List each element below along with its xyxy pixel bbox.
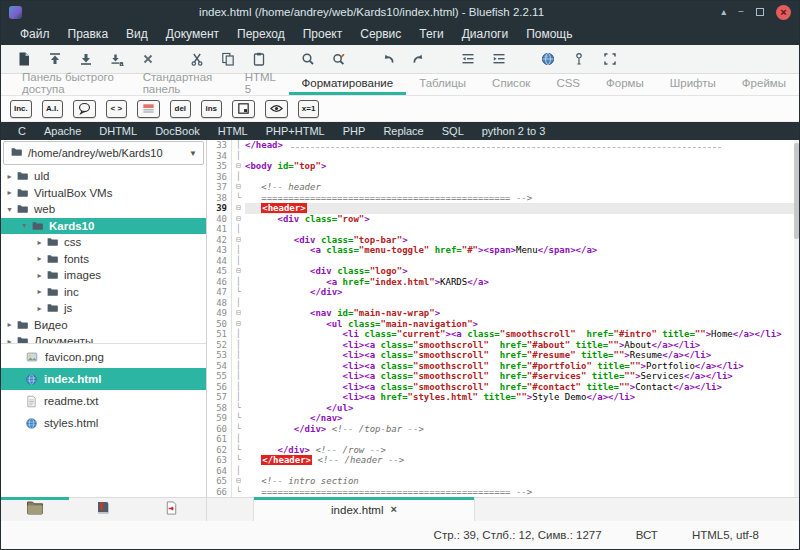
del-tag-button[interactable]: del [170,100,191,118]
save-as-button[interactable]: a [106,48,128,70]
fold-toggle-icon[interactable]: ⊟ [232,308,245,319]
snippets-tab[interactable] [137,498,205,521]
code-line-65[interactable]: 65⊟ <!-- intro section [207,476,799,487]
lang-tab-2[interactable]: DHTML [90,125,146,137]
code-tags-button[interactable]: < > [106,100,127,118]
collapse-icon[interactable]: ▾ [3,205,16,214]
expand-icon[interactable]: ▸ [3,188,16,197]
lang-tab-9[interactable]: python 2 to 3 [473,125,555,137]
expand-icon[interactable]: ▸ [33,304,46,313]
close-window-icon[interactable]: × [776,5,791,20]
menu-item-9[interactable]: Помощь [517,27,581,41]
lang-tab-0[interactable]: C [9,125,35,137]
code-line-48[interactable]: 48│ [207,298,799,309]
preview-in-browser-button[interactable] [537,48,559,70]
fold-toggle-icon[interactable]: ⊟ [232,266,245,277]
tree-item-0[interactable]: ▸uld [1,168,206,185]
inc-button[interactable]: Inc. [10,100,32,118]
code-line-43[interactable]: 43│ <a class="menu-toggle" href="#"><spa… [207,245,799,256]
expand-icon[interactable]: ▸ [33,254,46,263]
code-line-39[interactable]: 39⊟ <header> [207,203,799,214]
lang-tab-6[interactable]: PHP [334,125,375,137]
code-line-59[interactable]: 59└ </nav> [207,413,799,424]
code-line-49[interactable]: 49⊟ <nav id="main-nav-wrap"> [207,308,799,319]
fold-toggle-icon[interactable]: ⊟ [232,476,245,487]
shade-window-icon[interactable]: ▴ [721,7,726,17]
menu-item-0[interactable]: Файл [11,27,59,41]
unindent-button[interactable] [457,48,479,70]
lang-tab-7[interactable]: Replace [374,125,432,137]
quickbar-tab-8[interactable]: Шрифты [657,74,729,95]
menu-item-3[interactable]: Документ [157,27,228,41]
file-browser-tab[interactable] [1,498,69,521]
file-item-readme-txt[interactable]: readme.txt [1,390,206,412]
redo-button[interactable] [408,48,430,70]
expand-icon[interactable]: ▸ [3,172,16,181]
quickbar-tab-4[interactable]: Таблицы [406,74,479,95]
auto-indent-button[interactable]: A.I. [42,100,63,118]
fold-toggle-icon[interactable]: ⊟ [232,203,245,214]
code-line-41[interactable]: 41│ [207,224,799,235]
code-line-38[interactable]: 38└ ====================================… [207,193,799,204]
comment-bubble-button[interactable] [73,100,96,118]
menu-item-2[interactable]: Вид [117,27,157,41]
open-file-button[interactable] [44,48,66,70]
close-document-button[interactable] [137,48,159,70]
code-line-53[interactable]: 53│ <li><a class="smoothscroll" href="#r… [207,350,799,361]
lang-tab-4[interactable]: HTML [209,125,257,137]
find-replace-button[interactable] [328,48,350,70]
code-line-66[interactable]: 66└ ====================================… [207,487,799,498]
code-line-61[interactable]: 61│ [207,434,799,445]
code-line-54[interactable]: 54│ <li><a class="smoothscroll" href="#p… [207,361,799,372]
ins-tag-button[interactable]: ins [201,100,222,118]
code-line-57[interactable]: 57│ <li><a href="styles.html" title="">S… [207,392,799,403]
code-line-35[interactable]: 35⊟<body id="top"> [207,161,799,172]
code-line-45[interactable]: 45⊟ <div class="logo"> [207,266,799,277]
code-editor[interactable]: 33│</head>34│35⊟<body id="top">36│37⊟ <!… [207,140,799,497]
quickbar-tab-1[interactable]: Стандартная панель [130,74,232,95]
fold-toggle-icon[interactable]: ⊟ [232,235,245,246]
minimize-window-icon[interactable]: − [738,7,744,17]
code-line-55[interactable]: 55│ <li><a class="smoothscroll" href="#s… [207,371,799,382]
document-tab-index-html[interactable]: index.html × [253,498,475,521]
directory-combo[interactable]: /home/andrey/web/Kards10 ▼ [3,141,204,165]
expand-icon[interactable]: ▸ [3,320,16,329]
menu-item-1[interactable]: Правка [59,27,118,41]
table-red-button[interactable] [137,100,160,118]
code-line-40[interactable]: 40⊟ <div class="row"> [207,214,799,225]
code-line-42[interactable]: 42⊟ <div class="top-bar"> [207,235,799,246]
vertical-scrollbar[interactable] [794,140,799,497]
fold-toggle-icon[interactable]: ⊟ [232,214,245,225]
copy-button[interactable] [217,48,239,70]
lang-tab-3[interactable]: DocBook [146,125,209,137]
maximize-window-icon[interactable] [756,8,764,16]
fold-toggle-icon[interactable]: ⊟ [232,161,245,172]
scrollbar-thumb[interactable] [794,143,799,239]
save-file-button[interactable] [75,48,97,70]
code-line-64[interactable]: 64│ [207,466,799,477]
quickbar-tab-2[interactable]: HTML 5 [232,74,289,95]
menu-item-4[interactable]: Переход [228,27,294,41]
tree-item-7[interactable]: ▸inc [1,284,206,301]
code-line-52[interactable]: 52│ <li><a class="smoothscroll" href="#a… [207,340,799,351]
fold-toggle-icon[interactable]: ⊟ [232,319,245,330]
file-item-index-html[interactable]: index.html [1,368,206,390]
collapse-icon[interactable]: ▾ [18,221,31,230]
new-document-button[interactable] [13,48,35,70]
code-line-36[interactable]: 36│ [207,172,799,183]
tree-item-1[interactable]: ▸VirtualBox VMs [1,185,206,202]
code-line-37[interactable]: 37⊟ <!-- header [207,182,799,193]
code-line-33[interactable]: 33│</head> [207,140,799,151]
quickbar-tab-3[interactable]: Форматирование [289,74,407,95]
expand-icon[interactable]: ▸ [33,238,46,247]
lang-tab-1[interactable]: Apache [35,125,90,137]
bookmarks-tab[interactable] [69,498,137,521]
paste-button[interactable] [248,48,270,70]
fullscreen-button[interactable] [599,48,621,70]
file-item-favicon-png[interactable]: favicon.png [1,346,206,368]
formula-button[interactable]: x=1 [298,100,320,118]
menu-item-6[interactable]: Сервис [351,27,410,41]
tree-item-2[interactable]: ▾web [1,201,206,218]
tree-item-4[interactable]: ▸css [1,234,206,251]
tree-item-3[interactable]: ▾Kards10 [1,218,206,235]
